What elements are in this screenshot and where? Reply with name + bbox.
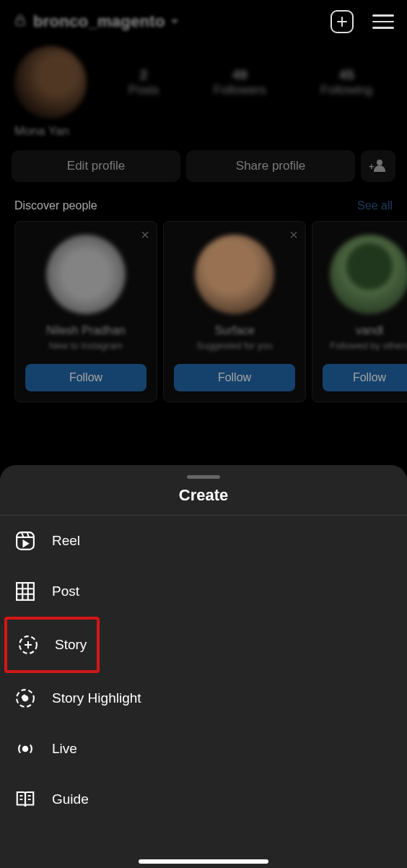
story-icon	[17, 634, 39, 656]
username-dropdown[interactable]: bronco_magento	[13, 12, 178, 31]
edit-profile-button[interactable]: Edit profile	[12, 150, 180, 182]
chevron-down-icon	[171, 19, 178, 24]
username-label: bronco_magento	[33, 12, 165, 31]
suggestion-card: × Surface Suggested for you Follow	[163, 221, 306, 402]
add-friend-icon: +	[371, 160, 385, 173]
card-name: Nilesh Pradhan	[46, 324, 125, 337]
sheet-item-label: Story Highlight	[52, 690, 141, 706]
sheet-item-story-highlight[interactable]: Story Highlight	[0, 673, 407, 724]
guide-icon	[14, 789, 36, 810]
grid-icon	[14, 581, 36, 602]
see-all-link[interactable]: See all	[357, 199, 393, 212]
sheet-item-post[interactable]: Post	[0, 566, 407, 617]
stat-posts-label: Posts	[128, 83, 159, 97]
card-name: vandl	[356, 324, 383, 337]
avatar[interactable]	[46, 235, 126, 314]
live-icon	[14, 738, 36, 760]
svg-point-5	[23, 747, 28, 752]
sheet-item-label: Story	[55, 637, 87, 653]
card-sub: New to Instagram	[49, 340, 123, 351]
display-name: Mona Yan	[0, 118, 407, 150]
follow-button[interactable]: Follow	[323, 364, 407, 391]
suggestion-cards: × Nilesh Pradhan New to Instagram Follow…	[0, 221, 407, 402]
sheet-grabber[interactable]	[187, 475, 220, 479]
discover-people-button[interactable]: +	[361, 150, 395, 182]
lock-icon	[13, 13, 27, 30]
stat-posts-count: 2	[128, 67, 159, 83]
card-sub: Suggested for you	[196, 340, 273, 351]
home-indicator	[139, 859, 268, 864]
svg-rect-1	[17, 532, 34, 550]
stat-followers-label: Followers	[214, 83, 266, 97]
follow-button[interactable]: Follow	[25, 364, 146, 391]
card-sub: Followed by others	[330, 340, 407, 351]
create-bottom-sheet: Create Reel Post Story	[0, 465, 407, 868]
close-icon[interactable]: ×	[141, 227, 149, 242]
discover-title: Discover people	[14, 199, 97, 212]
sheet-item-live[interactable]: Live	[0, 724, 407, 774]
create-button[interactable]	[331, 10, 354, 33]
stat-posts[interactable]: 2 Posts	[128, 67, 159, 97]
stat-followers[interactable]: 49 Followers	[214, 67, 266, 97]
sheet-item-story[interactable]: Story	[4, 617, 100, 673]
share-profile-button[interactable]: Share profile	[186, 150, 355, 182]
profile-stats-row: 2 Posts 49 Followers 45 Following	[0, 39, 407, 118]
profile-actions: Edit profile Share profile +	[0, 150, 407, 182]
sheet-title: Create	[0, 486, 407, 516]
svg-rect-2	[17, 583, 34, 600]
menu-button[interactable]	[372, 14, 394, 29]
sheet-item-label: Post	[52, 583, 79, 599]
suggestion-card: × Nilesh Pradhan New to Instagram Follow	[14, 221, 157, 402]
close-icon[interactable]: ×	[289, 227, 298, 242]
sheet-item-guide[interactable]: Guide	[0, 774, 407, 825]
sheet-item-label: Reel	[52, 533, 80, 549]
stat-following-label: Following	[320, 83, 372, 97]
svg-rect-0	[16, 19, 25, 25]
sheet-item-label: Live	[52, 741, 77, 757]
discover-header: Discover people See all	[0, 182, 407, 221]
avatar[interactable]	[330, 235, 407, 314]
avatar[interactable]	[195, 235, 274, 314]
sheet-item-label: Guide	[52, 791, 89, 807]
stat-followers-count: 49	[214, 67, 266, 83]
stat-following-count: 45	[320, 67, 372, 83]
follow-button[interactable]: Follow	[174, 364, 295, 391]
reel-icon	[14, 530, 36, 552]
stat-following[interactable]: 45 Following	[320, 67, 372, 97]
avatar[interactable]	[14, 46, 87, 118]
highlight-icon	[14, 687, 36, 709]
profile-header: bronco_magento	[0, 0, 407, 39]
suggestion-card: vandl Followed by others Follow	[312, 221, 407, 402]
sheet-item-reel[interactable]: Reel	[0, 516, 407, 566]
card-name: Surface	[214, 324, 254, 337]
